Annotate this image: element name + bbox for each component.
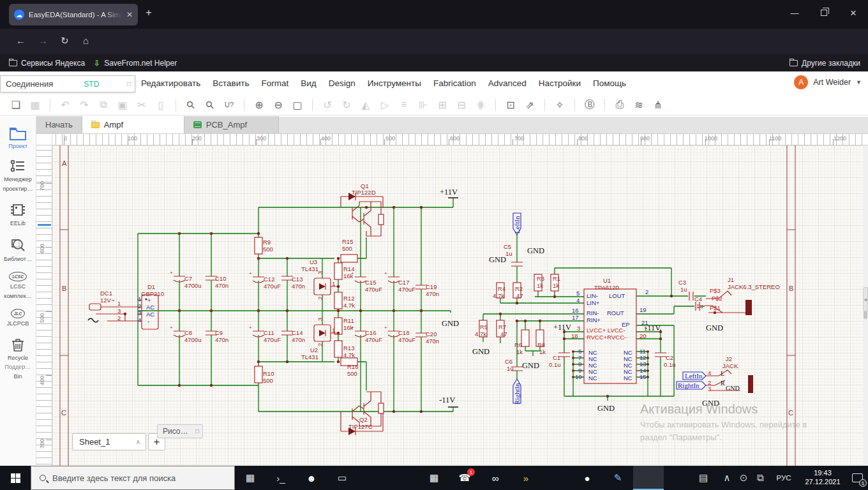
- find-similar-button[interactable]: ⚲: [200, 96, 220, 113]
- sidebar-item-lcsc[interactable]: LCSC LCSC комплек…: [0, 272, 36, 300]
- device-icon[interactable]: ▭: [327, 466, 357, 490]
- reload-icon[interactable]: ↻: [61, 35, 69, 47]
- align-center-button[interactable]: ⊪: [414, 96, 433, 113]
- save-button[interactable]: ▦: [26, 96, 45, 113]
- start-button[interactable]: [0, 466, 31, 490]
- restore-button[interactable]: [809, 0, 839, 26]
- screenshot-button[interactable]: ⊡: [501, 96, 520, 113]
- sidebar-item-library[interactable]: Библиот…: [0, 236, 36, 263]
- undo-button[interactable]: ↶: [56, 96, 75, 113]
- toolbar-icon[interactable]: [604, 99, 605, 111]
- bom-button[interactable]: Ⓑ: [580, 96, 599, 113]
- putty-icon[interactable]: »: [511, 466, 541, 490]
- toolbar-icon[interactable]: [50, 99, 50, 111]
- fit-view-button[interactable]: ▢: [288, 96, 307, 113]
- chrome-icon[interactable]: [541, 466, 572, 490]
- schematic-canvas[interactable]: ++++ ++++: [36, 134, 868, 466]
- tab-pcb-ampf[interactable]: PCB_Ampf: [184, 116, 279, 133]
- rotate-ccw-button[interactable]: ↺: [318, 96, 337, 113]
- language-indicator[interactable]: РУС: [768, 466, 799, 490]
- update-button[interactable]: U?: [220, 96, 239, 113]
- menu-item[interactable]: Инструменты: [368, 78, 421, 88]
- arduino-icon[interactable]: ∞: [480, 466, 511, 490]
- convert-to-pcb-button[interactable]: ✧: [550, 96, 569, 113]
- viber-icon[interactable]: ☎1: [449, 466, 480, 490]
- toolbar-icon[interactable]: [244, 99, 244, 111]
- toolbar-icon[interactable]: [574, 99, 575, 111]
- dock-icon[interactable]: □: [127, 80, 131, 87]
- export-button[interactable]: ⎙: [610, 96, 629, 113]
- sidebar-item-jlcpcb[interactable]: JLC JLCPCB: [0, 309, 36, 327]
- cut-button[interactable]: ✂: [132, 96, 151, 113]
- layers-button[interactable]: ≋: [629, 96, 648, 113]
- home-icon[interactable]: ⌂: [83, 35, 89, 46]
- toolbar-icon[interactable]: [312, 99, 313, 111]
- rotate-cw-button[interactable]: ↻: [337, 96, 356, 113]
- terminal-icon[interactable]: ›_: [266, 466, 296, 490]
- browser-tab[interactable]: ☁ EasyEDA(Standard) - A Simple ✕: [9, 4, 138, 26]
- zoom-in-button[interactable]: ⊕: [250, 96, 269, 113]
- sidebar-item-recycle-bin[interactable]: Recycle Поддер… Bin: [0, 336, 36, 380]
- bookmark-yandex[interactable]: Сервисы Яндекса: [9, 59, 85, 68]
- tab-close-icon[interactable]: ✕: [126, 10, 133, 19]
- menu-item[interactable]: Format: [262, 78, 289, 88]
- back-icon[interactable]: ←: [16, 35, 26, 46]
- menu-item[interactable]: Вид: [301, 78, 316, 88]
- tray-app2-icon[interactable]: ⧉: [752, 466, 768, 490]
- copy-button[interactable]: ⧉: [94, 96, 113, 113]
- explorer-icon[interactable]: [357, 466, 388, 490]
- close-button[interactable]: ✕: [839, 0, 868, 26]
- tray-app1-icon[interactable]: ⊙: [735, 466, 752, 490]
- toolbar-icon[interactable]: [544, 99, 545, 111]
- paint-icon[interactable]: [388, 466, 419, 490]
- sidebar-item-design-manager[interactable]: Менеджер проектир…: [0, 159, 36, 193]
- new-tab-button[interactable]: +: [146, 6, 152, 19]
- align-left-button[interactable]: ≡: [394, 96, 414, 113]
- firefox-icon[interactable]: [633, 466, 664, 490]
- flip-vertical-button[interactable]: ▷: [375, 96, 394, 113]
- zoom-out-button[interactable]: ⊖: [269, 96, 288, 113]
- forward-icon[interactable]: →: [38, 35, 48, 46]
- drawing-tools-panel[interactable]: Рисо… □: [157, 424, 203, 438]
- calculator-icon[interactable]: ▦: [419, 466, 449, 490]
- menu-item[interactable]: Помощь: [593, 78, 626, 88]
- new-file-button[interactable]: ❏: [6, 96, 26, 113]
- user-menu[interactable]: A Art Weider ▼: [794, 75, 862, 89]
- paste-button[interactable]: ▣: [113, 96, 132, 113]
- align-top-button[interactable]: ⊞: [433, 96, 452, 113]
- redo-button[interactable]: ↷: [75, 96, 94, 113]
- delete-button[interactable]: ▯: [151, 96, 170, 113]
- photoshop-icon[interactable]: ✎: [602, 466, 633, 490]
- menu-item[interactable]: Настройки: [539, 78, 581, 88]
- menu-item[interactable]: Advanced: [488, 78, 527, 88]
- panel-collapse-handle[interactable]: ◄: [863, 287, 868, 311]
- toolbar-icon[interactable]: [176, 99, 176, 111]
- distribute-button[interactable]: ⋕: [471, 96, 490, 113]
- share-button[interactable]: ⋔: [648, 96, 668, 113]
- tab-start[interactable]: Начать: [36, 116, 82, 133]
- import-changes-button[interactable]: ⇗: [520, 96, 539, 113]
- sidebar-item-project[interactable]: Проект: [0, 126, 36, 150]
- hidden-icons-chevron[interactable]: ∧: [719, 466, 735, 490]
- sidebar-item-eelib[interactable]: EELib: [0, 202, 36, 227]
- minimize-button[interactable]: —: [780, 0, 809, 26]
- taskbar-search[interactable]: Введите здесь текст для поиска: [31, 466, 235, 490]
- people-icon[interactable]: ☻: [296, 466, 327, 490]
- other-bookmarks[interactable]: Другие закладки: [789, 59, 860, 68]
- tab-ampf[interactable]: Ampf: [82, 116, 184, 133]
- news-icon[interactable]: ▤: [688, 466, 719, 490]
- menu-item[interactable]: Редактировать: [141, 78, 200, 88]
- align-bottom-button[interactable]: ⊟: [452, 96, 471, 113]
- flip-horizontal-button[interactable]: ◭: [356, 96, 375, 113]
- task-view-icon[interactable]: ▦: [235, 466, 266, 490]
- menu-item[interactable]: Fabrication: [433, 78, 476, 88]
- toolbar-icon[interactable]: [495, 99, 496, 111]
- sheet-selector[interactable]: Sheet_1 ∧: [72, 433, 146, 450]
- menu-item[interactable]: Design: [329, 78, 355, 88]
- bookmark-savefrom[interactable]: ⇩SaveFrom.net Helper: [94, 59, 177, 68]
- clock[interactable]: 19:43 27.12.2021: [799, 466, 846, 490]
- search-button[interactable]: ⚲: [181, 96, 200, 113]
- menu-item[interactable]: Вставить: [213, 78, 249, 88]
- zoom-icon[interactable]: ●: [572, 466, 602, 490]
- action-center-button[interactable]: 1: [846, 466, 868, 490]
